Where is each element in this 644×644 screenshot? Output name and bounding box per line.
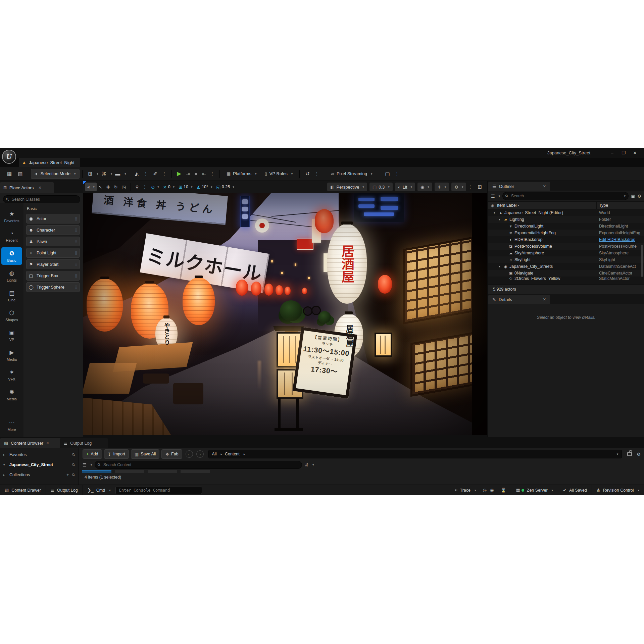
content-browser-folder[interactable]: ▸ Favorites ⚲ <box>0 450 79 460</box>
outliner-row[interactable]: ☼ SkyLight SkyLight <box>488 256 644 263</box>
content-browser-folder[interactable]: ▸ Collections + ⚲ <box>0 470 79 480</box>
console-command-field[interactable] <box>115 487 202 494</box>
outliner-scrollbar[interactable] <box>641 245 643 277</box>
details-tab[interactable]: ✎ Details ✕ <box>488 295 550 304</box>
outliner-row[interactable]: ▣ 0Navigate CineCameraActor <box>488 270 644 277</box>
chevron-down-icon[interactable]: ▾ <box>617 452 618 456</box>
place-category[interactable]: ◔ Recent <box>1 228 22 245</box>
asset-tile[interactable] <box>181 470 210 473</box>
lock-icon[interactable] <box>627 452 632 456</box>
item-label-column[interactable]: Item Label <box>497 203 516 208</box>
breadcrumb[interactable]: All ▸ Content ▸ ▾ <box>208 450 622 458</box>
revision-control-dropdown[interactable]: ⋔ Revision Control ▾ <box>592 485 644 495</box>
outliner-row[interactable]: ◇ 2Orchis_Flowers_Yellow StaticMeshActor <box>488 277 644 280</box>
outliner-row[interactable]: ≋ ExponentialHeightFog ExponentialHeight… <box>488 230 644 236</box>
insights-icon[interactable]: ◎ <box>483 488 487 492</box>
save-all-button[interactable]: ▥ Save All <box>131 449 159 459</box>
expand-arrow-icon[interactable]: ▸ <box>3 473 7 477</box>
close-icon[interactable]: ✕ <box>46 441 49 445</box>
drag-handle-icon[interactable]: ⣿ <box>75 285 78 289</box>
perspective-dropdown[interactable]: ◧ Perspective ▾ <box>327 183 367 191</box>
chevron-down-icon[interactable]: ▾ <box>125 172 126 176</box>
place-category[interactable]: ▣ VP <box>1 327 22 344</box>
back-button[interactable]: ← <box>186 450 193 458</box>
place-category[interactable]: ⬡ Shapes <box>1 307 22 324</box>
place-category[interactable]: ★ Favorites <box>1 208 22 225</box>
outliner-row[interactable]: ▾ ◉ Japanese_City_Streets DatasmithScene… <box>488 263 644 270</box>
outliner-row[interactable]: ☀ DirectionalLight DirectionalLight <box>488 223 644 230</box>
place-category[interactable]: ◍ Lights <box>1 267 22 285</box>
place-actor-item[interactable]: ⚑ Player Start ⣿ <box>26 259 80 269</box>
view-mode-dropdown[interactable]: ◐ Lit ▾ <box>395 183 415 191</box>
more-options-icon[interactable]: ⋮ <box>143 185 147 189</box>
place-actor-item[interactable]: ◯ Trigger Sphere ⣿ <box>26 282 80 292</box>
more-options-icon[interactable]: ⋮ <box>144 171 148 176</box>
place-category[interactable]: ▤ Cine <box>1 287 22 304</box>
platforms-dropdown[interactable]: ▦ Platforms ▾ <box>227 171 257 176</box>
gear-icon[interactable]: ⚙ <box>637 194 641 198</box>
cmd-dropdown[interactable]: ❯_ Cmd ▾ <box>83 485 115 495</box>
drag-handle-icon[interactable]: ⣿ <box>75 274 78 278</box>
add-button[interactable]: + Add <box>83 449 102 459</box>
outliner-row[interactable]: ▾ ▰ Lighting Folder <box>488 216 644 223</box>
rotation-snapping-dropdown[interactable]: ∡ 10° ▾ <box>194 183 214 191</box>
unreal-logo[interactable]: U <box>2 150 16 164</box>
coordinate-space-button[interactable]: ⚲ <box>134 183 141 191</box>
close-icon[interactable]: ✕ <box>38 186 41 190</box>
play-options-icon[interactable]: ⋮ <box>210 171 215 176</box>
more-options-icon[interactable]: ⋮ <box>162 171 167 176</box>
place-category[interactable]: ✶ VFX <box>1 366 22 384</box>
console-command-input[interactable] <box>118 488 199 493</box>
paint-mode-icon[interactable]: ✐ <box>153 171 157 177</box>
add-collection-icon[interactable]: + <box>66 473 69 477</box>
asset-tile-selected[interactable] <box>82 470 111 473</box>
search-icon[interactable]: ⚲ <box>71 472 77 478</box>
drag-handle-icon[interactable]: ⣿ <box>75 228 78 232</box>
filter-icon[interactable]: ☰ <box>83 463 87 467</box>
stop-button[interactable]: ■ <box>195 171 197 177</box>
breadcrumb-root[interactable]: All <box>212 452 217 456</box>
place-actor-item[interactable]: ◉ Actor ⣿ <box>26 214 80 224</box>
forward-button[interactable]: → <box>196 450 204 458</box>
drag-handle-icon[interactable]: ⣿ <box>75 217 78 220</box>
scale-tool-button[interactable]: ◳ <box>119 183 128 191</box>
place-actor-item[interactable]: ▢ Trigger Box ⣿ <box>26 271 80 281</box>
output-log-tab[interactable]: ≣ Output Log <box>60 438 108 448</box>
asset-grid-clipped[interactable] <box>81 470 641 473</box>
new-folder-icon[interactable]: ▣ <box>631 194 635 198</box>
outliner-row[interactable]: ☁ SkyAtmosphere SkyAtmosphere <box>488 250 644 256</box>
level-tab[interactable]: ▲ Japanese_Street_Night <box>19 158 80 167</box>
chevron-down-icon[interactable]: ▾ <box>111 172 112 176</box>
search-content-input[interactable] <box>103 462 299 467</box>
chevron-down-icon[interactable]: ▾ <box>97 172 98 176</box>
profiler-icon[interactable]: ◉ <box>490 488 494 492</box>
search-classes-input[interactable] <box>11 197 77 202</box>
gear-icon[interactable]: ⚙ <box>637 452 641 456</box>
minimize-button[interactable]: – <box>606 148 618 158</box>
place-category[interactable]: ⋯ More <box>1 416 22 434</box>
save-icon[interactable]: ▦ <box>7 171 12 177</box>
pixel-streaming-dropdown[interactable]: ▱ Pixel Streaming ▾ <box>331 171 373 176</box>
type-column[interactable]: Type <box>599 203 608 208</box>
expand-arrow-icon[interactable]: ▾ <box>499 218 503 221</box>
vp-roles-dropdown[interactable]: ▯ VP Roles ▾ <box>265 171 293 176</box>
close-icon[interactable]: ✕ <box>543 297 546 302</box>
visibility-eye-icon[interactable]: ◉ <box>488 203 497 208</box>
restore-button[interactable]: ❐ <box>618 148 629 158</box>
scale-snapping-dropdown[interactable]: ◱ 0.25 ▾ <box>214 183 236 191</box>
all-saved-button[interactable]: ✔ All Saved <box>558 485 592 495</box>
selection-mode-dropdown[interactable]: ➤ Selection Mode ▾ <box>31 169 79 179</box>
actor-snapping-dropdown[interactable]: ⨯ 0 ▾ <box>161 183 177 191</box>
sort-icon[interactable]: ⇵ <box>305 463 308 467</box>
task-status-button[interactable]: ⌛ <box>496 485 511 495</box>
add-actor-icon[interactable]: ⊞ <box>88 171 93 177</box>
expand-arrow-icon[interactable]: ▾ <box>3 463 7 466</box>
place-category[interactable]: ✺ Media <box>1 386 22 403</box>
landscape-mode-icon[interactable]: ◭ <box>135 171 139 177</box>
expand-arrow-icon[interactable]: ▾ <box>499 265 503 268</box>
place-actor-item[interactable]: ♟ Pawn ⣿ <box>26 237 80 246</box>
viewport-scene[interactable]: 酒 洋食 丼 うどん ミルクホール やきとり <box>83 193 487 435</box>
place-actors-tab[interactable]: ⊞ Place Actors ✕ <box>0 182 54 193</box>
import-button[interactable]: ↧ Import <box>104 449 129 459</box>
cinematics-icon[interactable]: ▬ <box>115 171 120 177</box>
